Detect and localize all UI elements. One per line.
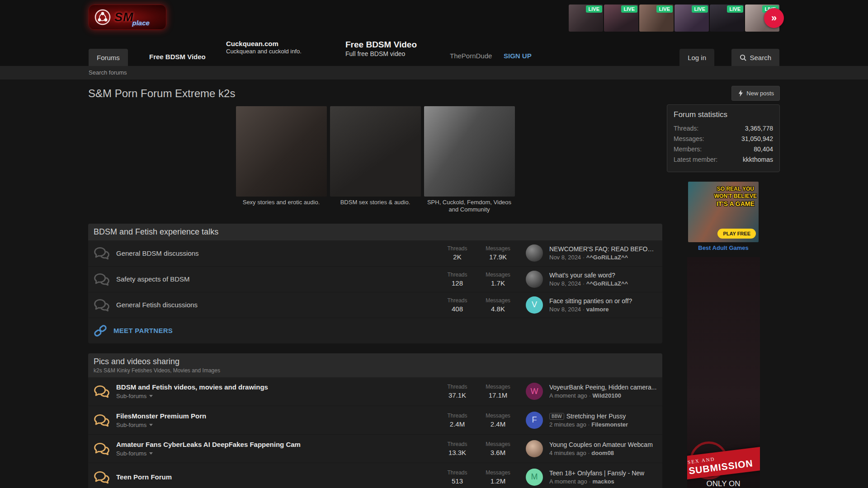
live-cams-strip: LIVE LIVE LIVE LIVE LIVE LIVE » — [569, 5, 779, 32]
signup-link[interactable]: SIGN UP — [504, 52, 532, 60]
subforums-toggle[interactable]: Sub-forums — [116, 422, 206, 428]
latest-post-time: A moment ago — [549, 478, 591, 485]
best-adult-games-link[interactable]: Best Adult Games — [688, 244, 759, 251]
forum-statistics-panel: Forum statistics Threads:3,365,778 Messa… — [667, 104, 780, 172]
stat-label: Members: — [674, 145, 702, 153]
latest-post-title[interactable]: Young Couples on Amateur Webcam — [549, 441, 657, 448]
threads-label: Threads — [447, 245, 467, 252]
forum-title[interactable]: Amateur Fans CyberLeaks AI DeepFakes Fap… — [116, 441, 301, 448]
stat-row: Latest member:kkkthomas — [674, 156, 773, 163]
breadcrumb-search-forums[interactable]: Search forums — [0, 66, 127, 80]
latest-post: VoyeurBank Peeing, Hidden camera... A mo… — [549, 384, 657, 399]
banner-caption: Sexy stories and erotic audio. — [236, 199, 327, 206]
nav-link-free-bdsm-video[interactable]: Free BDSM Video — [149, 53, 206, 61]
forum-row[interactable]: BDSM and Fetish videos, movies and drawi… — [88, 377, 662, 406]
threads-count: 513 — [452, 477, 463, 485]
comments-icon — [94, 272, 110, 286]
chevron-down-icon — [149, 452, 153, 455]
forum-title[interactable]: BDSM and Fetish videos, movies and drawi… — [116, 383, 268, 391]
latest-post-title[interactable]: Face sitting panties on or off? — [549, 297, 657, 305]
threads-label: Threads — [447, 272, 467, 278]
new-posts-button[interactable]: New posts — [731, 86, 780, 101]
adult-games-ad[interactable]: SO REAL YOU WON'T BELIEVE IT'S A GAME PL… — [688, 182, 759, 251]
login-button[interactable]: Log in — [679, 49, 714, 66]
subforums-toggle[interactable]: Sub-forums — [116, 393, 268, 399]
forum-row[interactable]: General BDSM discussions Threads2K Messa… — [88, 240, 662, 266]
live-cam-thumbnail[interactable]: LIVE — [639, 5, 674, 32]
latest-post-time: Nov 8, 2024 — [549, 254, 585, 261]
forum-title[interactable]: General BDSM discussions — [116, 249, 199, 257]
avatar[interactable] — [526, 440, 543, 457]
latest-post-title[interactable]: VoyeurBank Peeing, Hidden camera... — [549, 384, 657, 391]
latest-post-title[interactable]: What's your safe word? — [549, 272, 657, 279]
latest-post-title[interactable]: NEWCOMER'S FAQ: READ BEFORE ... — [549, 245, 657, 253]
stat-value latest-member[interactable]: kkkthomas — [743, 156, 773, 163]
forum-row[interactable]: Teen Porn Forum Threads513 Messages1.2M … — [88, 463, 662, 488]
latest-post-user[interactable]: mackos — [592, 478, 614, 485]
category-header[interactable]: Pics and videos sharing k2s S&M Kinky Fe… — [88, 353, 662, 377]
promo-banner[interactable]: Sexy stories and erotic audio. — [236, 106, 327, 214]
meet-partners-link[interactable]: MEET PARTNERS — [88, 318, 662, 343]
forum-title[interactable]: General Fetish discussions — [116, 301, 198, 309]
threads-label: Threads — [447, 469, 467, 476]
avatar[interactable]: V — [526, 296, 543, 314]
avatar[interactable]: M — [526, 469, 543, 486]
kink-banner-ad[interactable]: SEX AND SUBMISSION ONLY ON KINK — [687, 257, 760, 488]
messages-label: Messages — [486, 413, 510, 419]
messages-count: 17.9K — [489, 253, 507, 261]
play-free-button[interactable]: PLAY FREE — [717, 229, 756, 239]
avatar[interactable] — [526, 244, 543, 262]
latest-post-title[interactable]: BBWStretching Her Pussy — [549, 413, 657, 420]
latest-post-title[interactable]: Teen 18+ Onlyfans | Fansly - New — [549, 469, 657, 477]
site-logo[interactable]: SMplace — [89, 5, 166, 30]
stat-label: Messages: — [674, 135, 704, 142]
subforums-toggle[interactable]: Sub-forums — [116, 450, 301, 457]
forum-row[interactable]: Safety aspects of BDSM Threads128 Messag… — [88, 266, 662, 292]
category-bdsm-experience-talks: BDSM and Fetish experience talks General… — [88, 224, 662, 343]
stat-value: 80,404 — [754, 145, 773, 153]
latest-post-user[interactable]: ^^GoRiLLaZ^^ — [586, 254, 628, 261]
live-cams-more-button[interactable]: » — [764, 8, 784, 28]
latest-post-user[interactable]: ^^GoRiLLaZ^^ — [586, 280, 628, 287]
forum-title[interactable]: Safety aspects of BDSM — [116, 275, 190, 283]
forum-title[interactable]: Teen Porn Forum — [116, 473, 172, 481]
forum-row[interactable]: FilesMonster Premium Porn Sub-forums Thr… — [88, 406, 662, 434]
comments-icon — [94, 246, 110, 260]
live-cam-thumbnail[interactable]: LIVE — [675, 5, 709, 32]
comments-icon — [94, 441, 110, 456]
comments-icon — [94, 298, 110, 312]
banner-image — [424, 106, 515, 197]
threads-label: Threads — [447, 384, 467, 390]
latest-post-user[interactable]: doom08 — [591, 450, 614, 456]
forum-title[interactable]: FilesMonster Premium Porn — [116, 412, 206, 420]
forum-row[interactable]: Amateur Fans CyberLeaks AI DeepFakes Fap… — [88, 434, 662, 463]
avatar[interactable] — [526, 271, 543, 288]
forum-row[interactable]: General Fetish discussions Threads408 Me… — [88, 292, 662, 318]
latest-post-user[interactable]: valmore — [586, 306, 609, 313]
search-button[interactable]: Search — [731, 49, 779, 66]
latest-post: What's your safe word? Nov 8, 2024 ^^GoR… — [549, 272, 657, 287]
live-cam-thumbnail[interactable]: LIVE — [569, 5, 603, 32]
live-cam-thumbnail[interactable]: LIVE — [710, 5, 744, 32]
chain-link-icon — [94, 324, 107, 338]
threads-count: 2.4M — [450, 420, 465, 428]
nav-link-theporndude[interactable]: ThePornDude — [450, 52, 492, 60]
category-header[interactable]: BDSM and Fetish experience talks — [88, 224, 662, 240]
ad-free-bdsm-video[interactable]: Free BDSM Video Full free BDSM video — [345, 40, 417, 57]
stat-value: 3,365,778 — [745, 125, 773, 132]
avatar[interactable]: F — [526, 412, 543, 429]
prefix-badge: BBW — [549, 413, 564, 420]
promo-banner[interactable]: SPH, Cuckold, Femdom, Videos and Communi… — [424, 106, 515, 214]
ad-cuckquean[interactable]: Cuckquean.com Cuckquean and cuckold info… — [226, 40, 302, 55]
adult-games-ad-image: SO REAL YOU WON'T BELIEVE IT'S A GAME PL… — [688, 182, 759, 242]
promo-banner[interactable]: BDSM sex stories & audio. — [330, 106, 421, 214]
comments-icon — [94, 384, 110, 399]
tab-forums[interactable]: Forums — [89, 49, 128, 66]
live-cam-thumbnail[interactable]: LIVE — [604, 5, 638, 32]
live-badge: LIVE — [727, 5, 743, 13]
latest-post-user[interactable]: Filesmonster — [591, 421, 628, 428]
sidebar: Forum statistics Threads:3,365,778 Messa… — [667, 104, 780, 488]
latest-post-user[interactable]: Wild20100 — [592, 392, 621, 399]
threads-label: Threads — [447, 413, 467, 419]
avatar[interactable]: W — [526, 383, 543, 400]
